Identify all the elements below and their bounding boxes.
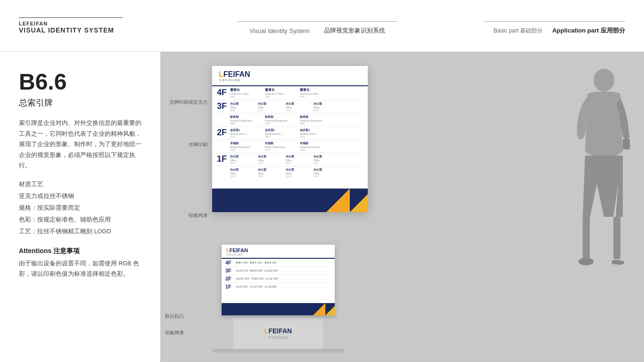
- svg-point-5: [578, 258, 594, 265]
- label-aluminum-bake: 铝板烤漆: [165, 212, 207, 219]
- header-title-en: Visual Identity System: [249, 27, 310, 34]
- svg-rect-4: [613, 217, 620, 259]
- label-silk-acrylic: 丝网印刷或亚克力: [165, 99, 207, 106]
- small-signboard: LFEIFAN 乐非凡办公家具 4F 董事长 0801董事长 0801董事长 2…: [222, 245, 335, 315]
- header-center: Visual Identity System 品牌视觉形象识别系统: [170, 16, 465, 35]
- pedestal-area: LFEIFAN 乐非凡办公家具 4F 董事长 0801董事长 0801董事长 2…: [212, 245, 344, 353]
- header: LEFEIFAN VISUAL IDENTITY SYSTEM Visual I…: [0, 0, 644, 52]
- pedestal-body: LFEIFAN 乐非凡办公家具: [233, 318, 323, 349]
- header-right-nav: Basic part 基础部分 Application part 应用部分: [494, 26, 625, 35]
- label-aluminum-bake2: 铝板烤漆: [165, 329, 184, 336]
- spec-material-detail: 亚克力或拉丝不锈钢: [19, 190, 141, 202]
- header-logo-text2: VISUAL IDENTITY SYSTEM: [19, 26, 170, 34]
- header-title-cn: 品牌视觉形象识别系统: [324, 26, 385, 35]
- nav-application[interactable]: Application part 应用部分: [552, 26, 625, 35]
- header-center-line: [237, 21, 397, 22]
- header-right: Basic part 基础部分 Application part 应用部分: [465, 16, 625, 35]
- header-logo-line: [19, 17, 123, 18]
- large-signboard: LFEIFAN 乐非凡办公家具 4F 董事长 Chairman's Office…: [212, 66, 368, 212]
- section-title: 总索引牌: [19, 97, 141, 108]
- person-silhouette: [540, 57, 630, 302]
- svg-rect-3: [583, 217, 590, 259]
- section-desc: 索引牌是企业对内、对外交换信息的最重要的工具之一，它同时也代表了企业的精神风貌，…: [19, 118, 141, 171]
- nav-basic[interactable]: Basic part 基础部分: [494, 27, 543, 35]
- spec-material: 材质工艺: [19, 179, 141, 190]
- left-panel: B6.6 总索引牌 索引牌是企业对内、对外交换信息的最重要的工具之一，它同时也代…: [0, 52, 160, 362]
- label-sign-raised: 标识起凸: [165, 313, 184, 320]
- spec-craft: 工艺：拉丝不锈钢精工雕刻 LOGO: [19, 226, 141, 238]
- header-logo: LEFEIFAN VISUAL IDENTITY SYSTEM: [19, 17, 170, 34]
- attention-title: Attentions 注意事项: [19, 247, 141, 255]
- svg-point-0: [594, 69, 614, 91]
- header-right-line: [484, 21, 625, 22]
- header-logo-text1: LEFEIFAN: [19, 21, 170, 26]
- header-center-titles: Visual Identity System 品牌视觉形象识别系统: [249, 26, 385, 35]
- right-content: 丝网印刷或亚克力 丝网印刷 铝板烤漆 LFEIFAN 乐非凡办公家具 4F 董事…: [160, 52, 644, 362]
- attention-desc: 由于输出设备的设置不同，如需使用 RGB 色彩，请以印刷色值为标准选择相近色彩。: [19, 258, 141, 280]
- spec-color: 色彩：按规定标准色、辅助色应用: [19, 214, 141, 226]
- label-silk-print: 丝网印刷: [165, 141, 207, 148]
- spec-size: 规格：按实际需要而定: [19, 202, 141, 214]
- section-code: B6.6: [19, 71, 141, 93]
